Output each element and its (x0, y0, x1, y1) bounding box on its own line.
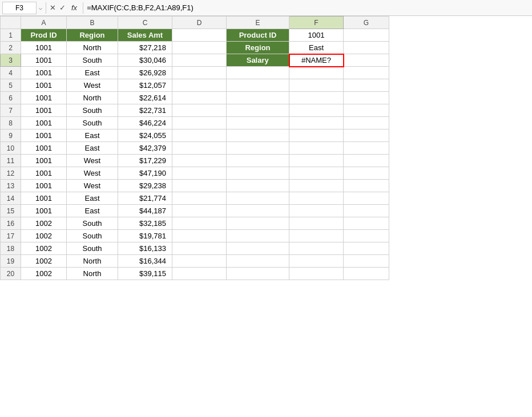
cell-d19[interactable] (172, 255, 227, 268)
cell-a7[interactable]: 1001 (21, 104, 67, 117)
cell-g8[interactable] (344, 117, 389, 129)
cell-a2[interactable]: 1001 (21, 42, 67, 54)
cell-d16[interactable] (172, 217, 227, 230)
cell-e9[interactable] (227, 129, 289, 142)
cell-a6[interactable]: 1001 (21, 92, 67, 104)
cell-b14[interactable]: East (67, 192, 118, 205)
cell-f14[interactable] (289, 192, 344, 205)
cell-f15[interactable] (289, 205, 344, 217)
cell-g11[interactable] (344, 155, 389, 167)
cell-e11[interactable] (227, 155, 289, 167)
cell-d6[interactable] (172, 92, 227, 104)
cell-g9[interactable] (344, 129, 389, 142)
cell-f1[interactable]: 1001 (289, 29, 344, 42)
cell-reference-box[interactable] (2, 2, 37, 14)
cell-c9[interactable]: $24,055 (118, 129, 172, 142)
cell-d12[interactable] (172, 167, 227, 180)
cancel-icon[interactable]: ✕ (50, 3, 56, 12)
cell-e16[interactable] (227, 217, 289, 230)
cell-f11[interactable] (289, 155, 344, 167)
col-header-d[interactable]: D (172, 17, 227, 29)
cell-f6[interactable] (289, 92, 344, 104)
cell-g17[interactable] (344, 230, 389, 242)
cell-e8[interactable] (227, 117, 289, 129)
cell-c14[interactable]: $21,774 (118, 192, 172, 205)
cell-g5[interactable] (344, 79, 389, 92)
cell-g15[interactable] (344, 205, 389, 217)
cell-g7[interactable] (344, 104, 389, 117)
cell-e10[interactable] (227, 142, 289, 155)
cell-a16[interactable]: 1002 (21, 217, 67, 230)
cell-a19[interactable]: 1002 (21, 255, 67, 268)
cell-d2[interactable] (172, 42, 227, 54)
cell-b17[interactable]: South (67, 230, 118, 242)
cell-a12[interactable]: 1001 (21, 167, 67, 180)
cell-b8[interactable]: South (67, 117, 118, 129)
cell-c3[interactable]: $30,046 (118, 54, 172, 67)
cell-a1[interactable]: Prod ID (21, 29, 67, 42)
cell-e3[interactable]: Salary (227, 54, 289, 67)
cell-a5[interactable]: 1001 (21, 79, 67, 92)
cell-d4[interactable] (172, 67, 227, 79)
cell-a18[interactable]: 1002 (21, 242, 67, 255)
cell-f2[interactable]: East (289, 42, 344, 54)
cell-d8[interactable] (172, 117, 227, 129)
cell-f20[interactable] (289, 268, 344, 280)
cell-e18[interactable] (227, 242, 289, 255)
formula-input[interactable] (87, 3, 530, 12)
cell-b12[interactable]: West (67, 167, 118, 180)
cell-c4[interactable]: $26,928 (118, 67, 172, 79)
cell-g13[interactable] (344, 180, 389, 192)
cell-f4[interactable] (289, 67, 344, 79)
cell-b16[interactable]: South (67, 217, 118, 230)
cell-e19[interactable] (227, 255, 289, 268)
cell-d1[interactable] (172, 29, 227, 42)
cell-f16[interactable] (289, 217, 344, 230)
cell-g6[interactable] (344, 92, 389, 104)
cell-g19[interactable] (344, 255, 389, 268)
cell-b10[interactable]: East (67, 142, 118, 155)
cell-f17[interactable] (289, 230, 344, 242)
cell-e17[interactable] (227, 230, 289, 242)
col-header-e[interactable]: E (227, 17, 289, 29)
cell-d10[interactable] (172, 142, 227, 155)
cell-a8[interactable]: 1001 (21, 117, 67, 129)
cell-d9[interactable] (172, 129, 227, 142)
cell-d15[interactable] (172, 205, 227, 217)
cell-d3[interactable] (172, 54, 227, 67)
cell-e20[interactable] (227, 268, 289, 280)
cell-b15[interactable]: East (67, 205, 118, 217)
col-header-b[interactable]: B (67, 17, 118, 29)
cell-d7[interactable] (172, 104, 227, 117)
cell-e1[interactable]: Product ID (227, 29, 289, 42)
cell-b20[interactable]: North (67, 268, 118, 280)
cell-g16[interactable] (344, 217, 389, 230)
cell-b5[interactable]: West (67, 79, 118, 92)
cell-b9[interactable]: East (67, 129, 118, 142)
cell-a11[interactable]: 1001 (21, 155, 67, 167)
cell-e6[interactable] (227, 92, 289, 104)
cell-c2[interactable]: $27,218 (118, 42, 172, 54)
cell-g10[interactable] (344, 142, 389, 155)
cell-c17[interactable]: $19,781 (118, 230, 172, 242)
cell-f8[interactable] (289, 117, 344, 129)
cell-a14[interactable]: 1001 (21, 192, 67, 205)
cell-c12[interactable]: $47,190 (118, 167, 172, 180)
cell-a17[interactable]: 1002 (21, 230, 67, 242)
cell-c10[interactable]: $42,379 (118, 142, 172, 155)
confirm-icon[interactable]: ✓ (59, 3, 66, 12)
cell-d14[interactable] (172, 192, 227, 205)
cell-g20[interactable] (344, 268, 389, 280)
cell-c7[interactable]: $22,731 (118, 104, 172, 117)
cell-d11[interactable] (172, 155, 227, 167)
col-header-g[interactable]: G (344, 17, 389, 29)
cell-d18[interactable] (172, 242, 227, 255)
cell-b18[interactable]: South (67, 242, 118, 255)
cell-g12[interactable] (344, 167, 389, 180)
cell-a15[interactable]: 1001 (21, 205, 67, 217)
cell-g14[interactable] (344, 192, 389, 205)
cell-c16[interactable]: $32,185 (118, 217, 172, 230)
cell-f19[interactable] (289, 255, 344, 268)
cell-a10[interactable]: 1001 (21, 142, 67, 155)
cell-a13[interactable]: 1001 (21, 180, 67, 192)
